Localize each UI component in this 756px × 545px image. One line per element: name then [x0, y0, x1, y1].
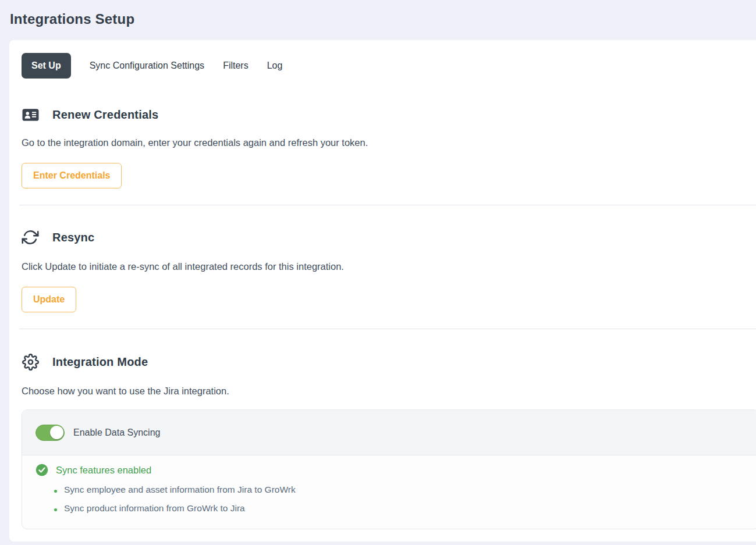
list-item: Sync product information from GroWrk to … — [54, 503, 756, 514]
tab-set-up[interactable]: Set Up — [22, 53, 71, 79]
list-item: Sync employee and asset information from… — [54, 485, 756, 495]
integrations-setup-card: Set Up Sync Configuration Settings Filte… — [9, 40, 756, 542]
sync-icon — [22, 229, 39, 246]
resync-title: Resync — [52, 231, 94, 244]
integration-mode-description: Choose how you want to use the Jira inte… — [22, 386, 756, 397]
enable-data-syncing-toggle[interactable] — [36, 425, 65, 441]
tab-bar: Set Up Sync Configuration Settings Filte… — [22, 53, 756, 79]
tab-sync-configuration-settings[interactable]: Sync Configuration Settings — [90, 53, 204, 79]
renew-credentials-header: Renew Credentials — [22, 108, 756, 122]
sync-feature-list: Sync employee and asset information from… — [36, 485, 756, 514]
data-syncing-panel-header: Enable Data Syncing — [22, 410, 756, 455]
sync-feature-text: Sync product information from GroWrk to … — [64, 503, 245, 514]
page-title: Integrations Setup — [10, 11, 756, 27]
integration-mode-header: Integration Mode — [22, 354, 756, 371]
bullet-dot-icon — [54, 490, 57, 493]
tab-filters[interactable]: Filters — [223, 53, 249, 79]
sync-status-label: Sync features enabled — [56, 465, 151, 476]
update-button[interactable]: Update — [22, 287, 76, 312]
sync-features-body: Sync features enabled Sync employee and … — [22, 455, 756, 529]
tab-log[interactable]: Log — [267, 53, 283, 79]
sync-feature-text: Sync employee and asset information from… — [64, 485, 296, 495]
resync-header: Resync — [22, 229, 756, 246]
toggle-knob — [50, 426, 63, 439]
integration-mode-title: Integration Mode — [52, 355, 148, 369]
sync-status-row: Sync features enabled — [36, 464, 756, 476]
section-divider — [19, 329, 756, 329]
address-card-icon — [22, 108, 39, 122]
data-syncing-panel: Enable Data Syncing Sync features enable… — [22, 409, 756, 529]
check-circle-icon — [36, 464, 48, 476]
enable-data-syncing-label: Enable Data Syncing — [73, 428, 160, 438]
resync-description: Click Update to initiate a re-sync of al… — [22, 261, 756, 272]
enter-credentials-button[interactable]: Enter Credentials — [22, 163, 122, 188]
bullet-dot-icon — [54, 508, 57, 511]
section-divider — [19, 205, 756, 205]
gear-icon — [22, 354, 39, 371]
renew-credentials-description: Go to the integration domain, enter your… — [22, 137, 756, 148]
renew-credentials-title: Renew Credentials — [52, 108, 158, 122]
